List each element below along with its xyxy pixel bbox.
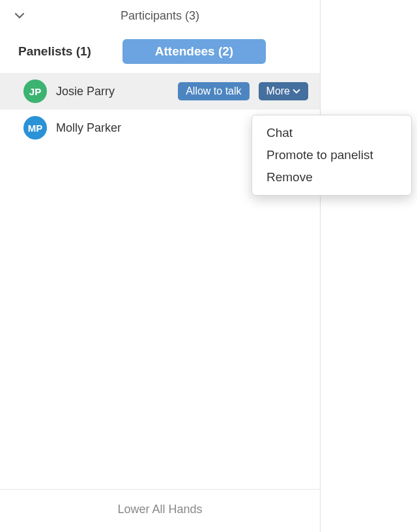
avatar: JP [23,80,47,103]
menu-item-chat[interactable]: Chat [252,122,411,144]
attendee-name: Josie Parry [56,85,169,98]
tab-panelists[interactable]: Panelists (1) [13,40,96,63]
avatar: MP [23,116,47,140]
participants-panel: Participants (3) Panelists (1) Attendees… [0,0,321,532]
more-menu: Chat Promote to panelist Remove [252,115,412,196]
panel-header: Participants (3) [0,0,320,31]
collapse-button[interactable] [10,7,29,25]
tab-attendees[interactable]: Attendees (2) [122,39,266,64]
attendee-row[interactable]: JP Josie Parry Allow to talk More [0,73,320,110]
menu-item-promote[interactable]: Promote to panelist [252,144,411,166]
more-button-label: More [266,85,290,97]
menu-item-remove[interactable]: Remove [252,166,411,188]
allow-to-talk-button[interactable]: Allow to talk [178,82,249,100]
chevron-down-icon [293,87,300,95]
more-button[interactable]: More [259,82,308,100]
chevron-down-icon [14,10,25,21]
panel-title: Participants (3) [0,9,320,23]
tabs: Panelists (1) Attendees (2) [0,31,320,73]
lower-all-hands-button[interactable]: Lower All Hands [0,489,320,532]
